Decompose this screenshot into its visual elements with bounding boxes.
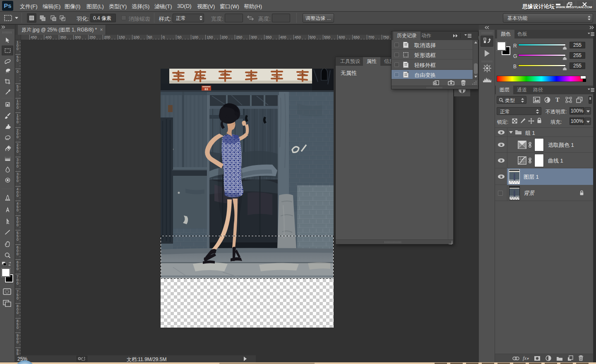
svg-text:83: 83: [204, 87, 208, 91]
